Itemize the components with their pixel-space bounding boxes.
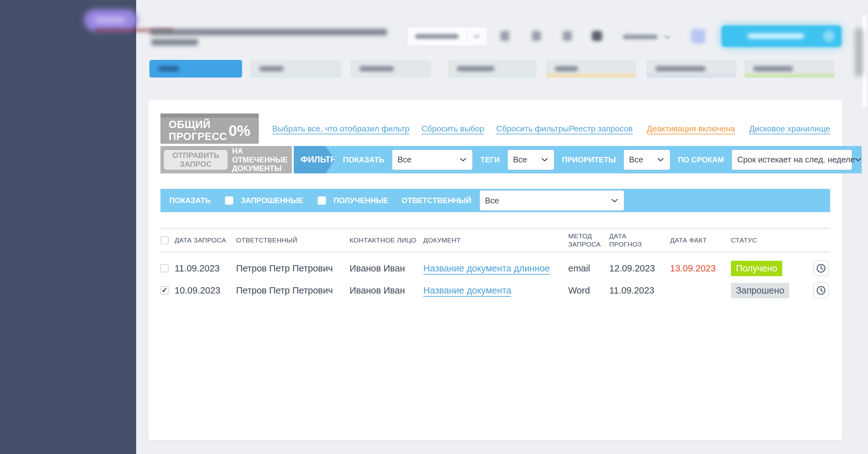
deadline-filter-label: ПО СРОКАМ [678,155,724,164]
history-clock-button[interactable] [813,282,829,298]
status-badge: Запрошено [731,283,789,298]
request-date-cell: 10.09.2023 [175,285,236,296]
tab-1-active[interactable] [149,60,242,78]
header-blue-icon-blurred[interactable] [691,29,705,43]
priorities-filter-select[interactable]: Все [624,150,670,170]
cyan-button-label-blurred [747,34,804,38]
tab-label-blurred [555,66,578,71]
page: ОБЩИЙ ПРОГРЕСС 0% Выбрать все, что отобр… [0,0,868,454]
tab-label-blurred [259,66,284,71]
scrollbar-thumb[interactable] [855,28,863,77]
tab-6[interactable] [646,60,737,78]
sidebar [0,0,136,454]
header-icon-1-blurred[interactable] [500,31,509,41]
col-method: МЕТОД ЗАПРОСА [568,232,609,249]
table-header-row: ДАТА ЗАПРОСА ОТВЕТСТВЕННЫЙ КОНТАКТНОЕ ЛИ… [160,228,830,253]
page-title-blurred [150,29,387,35]
clock-icon [816,263,826,273]
filters-section: ФИЛЬТР ПОКАЗАТЬ Все ТЕГИ Все ПРИОРИТЕТЫ … [294,146,862,173]
reset-selection-link[interactable]: Сбросить выбор [422,124,484,134]
method-cell: Word [568,285,609,296]
progress-value: 0% [228,122,250,139]
responsible-select[interactable]: Все [480,190,624,211]
filter-bar: ОТПРАВИТЬ ЗАПРОС НА ОТМЕЧЕННЫЕ ДОКУМЕНТЫ… [160,146,830,173]
tab-label-blurred [457,66,495,71]
tab-4[interactable] [448,60,537,78]
responsible-label: ОТВЕТСТВЕННЫЙ [402,196,471,205]
header-icon-3-blurred[interactable] [563,31,572,41]
links-right-group: Реестр запросов Деактивация включена Дис… [569,124,830,134]
tab-label-blurred [655,66,706,71]
requested-checkbox[interactable] [225,196,233,205]
header-icon-4-blurred[interactable] [592,31,602,41]
requested-label: ЗАПРОШЕННЫЕ [241,196,303,205]
deactivation-link[interactable]: Деактивация включена [647,124,735,134]
contact-cell: Иванов Иван [349,285,423,296]
header-dropdown2-blurred[interactable] [623,32,678,42]
col-forecast: ДАТА ПРОГНОЗ [609,232,670,249]
chevron-down-icon [611,199,618,203]
send-request-caption: НА ОТМЕЧЕННЫЕ ДОКУМЕНТЫ [232,147,292,173]
tags-filter-select[interactable]: Все [508,150,554,170]
dropdown-text-blurred [415,34,459,39]
forecast-date-cell: 11.09.2023 [609,285,670,296]
reset-filters-link[interactable]: Сбросить фильтры [496,124,568,134]
chevron-down-icon [541,158,548,162]
responsible-cell: Петров Петр Петрович [236,263,349,274]
status-badge: Получено [731,261,782,276]
document-link[interactable]: Название документа [423,285,568,296]
request-registry-link[interactable]: Реестр запросов [569,124,633,134]
col-fact: ДАТА ФАКТ [670,236,731,244]
disk-storage-link[interactable]: Дисковое хранилище [749,124,830,134]
links-left-group: Выбрать все, что отобразил фильтр Сброси… [272,124,569,134]
overall-progress-block: ОБЩИЙ ПРОГРЕСС 0% [160,114,259,144]
sidebar-pill-button-blurred[interactable] [84,9,138,31]
table-row: 11.09.2023 Петров Петр Петрович Иванов И… [160,259,830,278]
tab-label-blurred [359,66,394,71]
chevron-down-icon [657,158,664,162]
col-document: ДОКУМЕНТ [423,236,568,244]
received-label: ПОЛУЧЕННЫЕ [334,196,388,205]
received-checkbox[interactable] [318,196,326,205]
deadline-filter-select[interactable]: Срок истекает на след. неделе [732,150,852,170]
show-bar: ПОКАЗАТЬ ЗАПРОШЕННЫЕ ПОЛУЧЕННЫЕ ОТВЕТСТВ… [160,189,830,212]
cyan-button-circle [823,31,835,42]
method-cell: email [568,263,609,274]
col-responsible: ОТВЕТСТВЕННЫЙ [236,236,349,244]
primary-cyan-button-blurred[interactable] [721,26,841,47]
page-title-line2-blurred [151,39,198,46]
main-panel: ОБЩИЙ ПРОГРЕСС 0% Выбрать все, что отобр… [149,100,842,440]
row-checkbox[interactable] [160,264,168,272]
document-link[interactable]: Название документа длинное [423,263,568,274]
scrollbar-track [862,15,867,107]
responsible-cell: Петров Петр Петрович [236,285,349,296]
show-filter-select[interactable]: Все [392,150,472,170]
priorities-filter-label: ПРИОРИТЕТЫ [562,155,616,164]
fact-date-cell: 13.09.2023 [670,263,731,274]
send-request-button[interactable]: ОТПРАВИТЬ ЗАПРОС [164,150,227,170]
chevron-down-icon [473,34,480,38]
tab-7[interactable] [744,60,835,78]
chevron-down-icon [664,35,671,39]
chevron-down-icon [855,158,862,162]
row-checkbox[interactable] [160,286,168,295]
history-clock-button[interactable] [813,261,829,276]
contact-cell: Иванов Иван [349,263,423,274]
tab-5[interactable] [546,60,636,78]
dropdown2-text-blurred [623,35,657,39]
dropdown-divider [467,30,467,42]
col-status: СТАТУС [731,236,811,244]
tab-2[interactable] [250,60,341,78]
clock-icon [816,285,826,295]
table-body: 11.09.2023 Петров Петр Петрович Иванов И… [160,259,830,300]
header-dropdown-blurred[interactable] [407,27,488,46]
header-icon-2-blurred[interactable] [532,31,541,41]
pill-label-blurred [95,18,125,23]
table-row: 10.09.2023 Петров Петр Петрович Иванов И… [160,281,830,300]
progress-and-links-row: ОБЩИЙ ПРОГРЕСС 0% Выбрать все, что отобр… [160,114,830,144]
tab-3[interactable] [350,60,431,78]
show-bar-label: ПОКАЗАТЬ [169,196,211,205]
select-all-link[interactable]: Выбрать все, что отобразил фильтр [272,124,410,134]
filter-arrow-label: ФИЛЬТР [294,146,335,173]
select-all-checkbox[interactable] [160,236,168,244]
